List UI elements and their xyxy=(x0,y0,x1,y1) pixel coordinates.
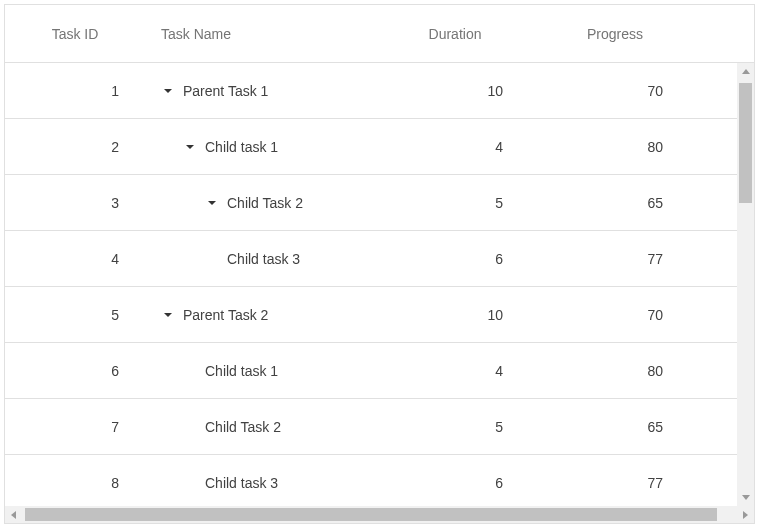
cell-progress: 77 xyxy=(535,231,695,286)
cell-progress: 80 xyxy=(535,119,695,174)
cell-task-id: 5 xyxy=(5,287,145,342)
cell-task-id: 2 xyxy=(5,119,145,174)
task-name-value: Child task 3 xyxy=(227,251,300,267)
progress-value: 70 xyxy=(647,307,663,323)
cell-progress: 70 xyxy=(535,287,695,342)
progress-value: 70 xyxy=(647,83,663,99)
column-header-task-name[interactable]: Task Name xyxy=(145,5,375,62)
column-header-duration[interactable]: Duration xyxy=(375,5,535,62)
table-row[interactable]: 4Child task 3677 xyxy=(5,231,737,287)
tree-indent xyxy=(161,258,205,259)
table-row[interactable]: 6Child task 1480 xyxy=(5,343,737,399)
cell-task-name: Child Task 2 xyxy=(145,399,375,454)
cell-task-id: 4 xyxy=(5,231,145,286)
task-name-value: Child task 1 xyxy=(205,139,278,155)
duration-value: 6 xyxy=(495,475,503,491)
task-id-value: 5 xyxy=(111,307,119,323)
column-header-label: Duration xyxy=(429,26,482,42)
duration-value: 6 xyxy=(495,251,503,267)
task-id-value: 8 xyxy=(111,475,119,491)
cell-progress: 70 xyxy=(535,63,695,118)
task-name-value: Child Task 2 xyxy=(205,419,281,435)
progress-value: 80 xyxy=(647,363,663,379)
duration-value: 10 xyxy=(487,83,503,99)
cell-task-name: Parent Task 1 xyxy=(145,63,375,118)
cell-duration: 5 xyxy=(375,175,535,230)
column-header-label: Task ID xyxy=(52,26,99,42)
scroll-arrow-left-icon[interactable] xyxy=(5,506,22,523)
task-name-value: Parent Task 1 xyxy=(183,83,268,99)
task-id-value: 2 xyxy=(111,139,119,155)
scroll-arrow-up-icon[interactable] xyxy=(737,63,754,80)
vertical-scrollbar-thumb[interactable] xyxy=(739,83,752,203)
column-header-label: Progress xyxy=(587,26,643,42)
table-row[interactable]: 7Child Task 2565 xyxy=(5,399,737,455)
cell-progress: 65 xyxy=(535,399,695,454)
tree-indent xyxy=(161,482,183,483)
horizontal-scrollbar-thumb[interactable] xyxy=(25,508,717,521)
caret-down-icon[interactable] xyxy=(183,140,197,154)
duration-value: 5 xyxy=(495,419,503,435)
cell-spacer xyxy=(695,399,737,454)
task-name-value: Child Task 2 xyxy=(227,195,303,211)
cell-progress: 65 xyxy=(535,175,695,230)
cell-spacer xyxy=(695,63,737,118)
duration-value: 4 xyxy=(495,139,503,155)
tree-indent xyxy=(161,146,183,147)
task-name-value: Parent Task 2 xyxy=(183,307,268,323)
task-name-value: Child task 1 xyxy=(205,363,278,379)
cell-task-name: Child task 1 xyxy=(145,119,375,174)
tree-indent xyxy=(161,370,183,371)
cell-spacer xyxy=(695,119,737,174)
cell-task-name: Child Task 2 xyxy=(145,175,375,230)
caret-down-icon[interactable] xyxy=(205,196,219,210)
cell-spacer xyxy=(695,231,737,286)
tree-leaf-spacer xyxy=(183,482,205,483)
cell-duration: 10 xyxy=(375,63,535,118)
table-row[interactable]: 8Child task 3677 xyxy=(5,455,737,506)
table-row[interactable]: 2Child task 1480 xyxy=(5,119,737,175)
task-name-value: Child task 3 xyxy=(205,475,278,491)
cell-task-id: 1 xyxy=(5,63,145,118)
task-id-value: 7 xyxy=(111,419,119,435)
column-header-label: Task Name xyxy=(161,26,231,42)
grid-body: 1Parent Task 110702Child task 14803Child… xyxy=(5,63,754,506)
cell-spacer xyxy=(695,175,737,230)
column-header-task-id[interactable]: Task ID xyxy=(5,5,145,62)
duration-value: 10 xyxy=(487,307,503,323)
vertical-scrollbar[interactable] xyxy=(737,63,754,506)
tree-leaf-spacer xyxy=(205,258,227,259)
cell-duration: 6 xyxy=(375,231,535,286)
task-id-value: 3 xyxy=(111,195,119,211)
cell-task-name: Child task 3 xyxy=(145,455,375,506)
caret-down-icon[interactable] xyxy=(161,308,175,322)
progress-value: 65 xyxy=(647,195,663,211)
tree-indent xyxy=(161,202,205,203)
progress-value: 80 xyxy=(647,139,663,155)
cell-task-id: 6 xyxy=(5,343,145,398)
table-row[interactable]: 5Parent Task 21070 xyxy=(5,287,737,343)
tree-indent xyxy=(161,426,183,427)
horizontal-scrollbar[interactable] xyxy=(5,506,754,523)
cell-duration: 4 xyxy=(375,119,535,174)
cell-spacer xyxy=(695,343,737,398)
grid-header-row: Task ID Task Name Duration Progress xyxy=(5,5,754,63)
duration-value: 4 xyxy=(495,363,503,379)
cell-task-id: 3 xyxy=(5,175,145,230)
cell-spacer xyxy=(695,455,737,506)
progress-value: 65 xyxy=(647,419,663,435)
progress-value: 77 xyxy=(647,251,663,267)
cell-duration: 6 xyxy=(375,455,535,506)
duration-value: 5 xyxy=(495,195,503,211)
cell-task-name: Child task 1 xyxy=(145,343,375,398)
table-row[interactable]: 1Parent Task 11070 xyxy=(5,63,737,119)
table-row[interactable]: 3Child Task 2565 xyxy=(5,175,737,231)
task-id-value: 6 xyxy=(111,363,119,379)
scroll-arrow-down-icon[interactable] xyxy=(737,489,754,506)
scroll-arrow-right-icon[interactable] xyxy=(737,506,754,523)
tree-leaf-spacer xyxy=(183,426,205,427)
column-header-progress[interactable]: Progress xyxy=(535,5,695,62)
task-id-value: 1 xyxy=(111,83,119,99)
caret-down-icon[interactable] xyxy=(161,84,175,98)
cell-duration: 10 xyxy=(375,287,535,342)
